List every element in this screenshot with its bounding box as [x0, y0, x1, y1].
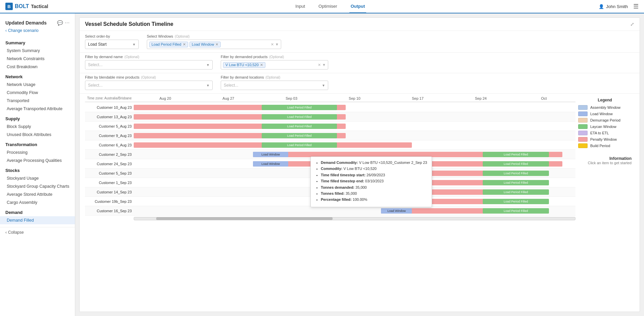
gantt-row[interactable]: Customer 6_Aug 23Load Period Filled: [85, 140, 575, 150]
filter-blend-input[interactable]: Select... ▼: [85, 81, 213, 90]
panel-close-button[interactable]: ⤢: [630, 21, 634, 27]
gantt-bar-green[interactable]: Load Period Filled: [483, 152, 549, 157]
gantt-bar-green[interactable]: Load Period Filled: [262, 133, 337, 138]
gantt-bar-blue[interactable]: Load Window: [253, 161, 288, 167]
dropdown-icon: ▼: [322, 63, 326, 67]
tag-remove-icon[interactable]: ✕: [183, 42, 186, 47]
gantt-bar-green[interactable]: Load Period Filled: [262, 114, 337, 120]
tag-product-remove-icon[interactable]: ✕: [260, 63, 263, 67]
gantt-bar-green[interactable]: Load Period Filled: [262, 142, 337, 148]
sidebar-item-processing[interactable]: Processing: [0, 148, 75, 156]
gantt-bar-green[interactable]: Load Period Filled: [483, 161, 549, 167]
tooltip-item: Time filled timestep start: 26/09/2023: [321, 173, 427, 178]
sidebar-item-unused-block[interactable]: Unused Block Attributes: [0, 131, 75, 139]
brand-logo[interactable]: B BOLT Tactical: [5, 3, 48, 10]
sidebar-item-system-summary[interactable]: System Summary: [0, 47, 75, 55]
gantt-bar-blue[interactable]: Load Window: [381, 208, 412, 214]
sidebar-item-stockyard-group[interactable]: Stockyard Group Capacity Charts: [0, 182, 75, 190]
tooltip-item: Time filled timestep end: 03/10/2023: [321, 179, 427, 184]
nav-input[interactable]: Input: [294, 0, 306, 13]
gantt-bar-green[interactable]: Load Period Filled: [262, 105, 337, 110]
gantt-row[interactable]: Customer 9_Aug 23Load Period Filled: [85, 131, 575, 140]
products-clear[interactable]: ✕ ▼: [318, 63, 326, 67]
gantt-bar-green[interactable]: Load Period Filled: [483, 199, 549, 204]
gantt-row[interactable]: Customer 10_Aug 23Load Period Filled: [85, 103, 575, 112]
user-icon: 👤: [599, 4, 604, 9]
sidebar-item-stockyard-usage[interactable]: Stockyard Usage: [0, 174, 75, 182]
gantt-row-label: Customer 10_Aug 23: [85, 105, 134, 109]
filter-demand-group: Filter by demand name (Optional) Select.…: [85, 55, 213, 70]
change-scenario[interactable]: ‹ Change scenario: [0, 27, 75, 37]
legend-items: Assembly Window Load Window Demurrage Pe…: [578, 105, 632, 148]
tooltip-item: Tonnes demanded: 35,000: [321, 185, 427, 190]
sidebar-item-commodity-flow[interactable]: Commodity Flow: [0, 89, 75, 97]
order-by-arrow-icon: ▼: [132, 43, 136, 46]
filter-products-input[interactable]: V Low BTU <10,520 ✕ ✕ ▼: [221, 60, 328, 70]
tag-load-window[interactable]: Load Window ✕: [189, 42, 221, 47]
legend-label: Penalty Window: [590, 137, 617, 141]
gantt-row-label: Customer 14_Sep 23: [85, 190, 134, 194]
sidebar-item-transported[interactable]: Transported: [0, 97, 75, 105]
brand-tactical: Tactical: [31, 4, 48, 9]
sidebar-item-cargo-assembly[interactable]: Cargo Assembly: [0, 198, 75, 207]
chat-icon[interactable]: 💬: [57, 20, 63, 26]
tag-remove-icon[interactable]: ✕: [215, 42, 218, 47]
sidebar-item-avg-transported[interactable]: Average Transported Attribute: [0, 105, 75, 113]
tag-label: Load Period Filled: [152, 42, 181, 46]
sidebar-title: Updated Demands: [5, 20, 47, 26]
filter-demand-label: Filter by demand name (Optional): [85, 55, 213, 59]
windows-label: Select Windows (Optional): [147, 34, 281, 38]
sidebar-item-cost-breakdown[interactable]: Cost Breakdown: [0, 63, 75, 71]
tag-load-period[interactable]: Load Period Filled ✕: [149, 42, 188, 47]
gantt-scroll-bar[interactable]: [134, 217, 575, 220]
menu-icon[interactable]: ☰: [633, 3, 639, 10]
gantt-row-label: Customer 2_Sep 23: [85, 152, 134, 156]
filter-demand-input[interactable]: Select... ▼: [85, 60, 213, 70]
gantt-row[interactable]: Customer 16_Sep 23Load WindowLoad Period…: [85, 206, 575, 216]
sidebar-item-network-constraints[interactable]: Network Constraints: [0, 55, 75, 63]
filter-blend-group: Filter by blendable mine products (Optio…: [85, 75, 213, 90]
order-by-select[interactable]: Load Start ▼: [85, 40, 139, 49]
main-content: Vessel Schedule Solution Timeline ⤢ Sele…: [75, 13, 644, 316]
legend-label: Demurrage Period: [590, 118, 620, 122]
section-supply: Supply: [0, 113, 75, 123]
collapse-button[interactable]: ‹ Collapse: [5, 230, 70, 235]
top-nav: B BOLT Tactical Input Optimiser Output 👤…: [0, 0, 644, 13]
change-scenario-link[interactable]: ‹ Change scenario: [5, 28, 70, 33]
sidebar-item-network-usage[interactable]: Network Usage: [0, 81, 75, 89]
gantt-bar-green[interactable]: Load Period Filled: [262, 124, 337, 129]
gantt-row-label: Customer 1_Sep 23: [85, 181, 134, 185]
windows-group: Select Windows (Optional) Load Period Fi…: [147, 34, 281, 49]
more-icon[interactable]: ⋯: [65, 20, 70, 26]
gantt-row-label: Customer 6_Aug 23: [85, 143, 134, 147]
nav-output[interactable]: Output: [349, 0, 367, 13]
filter-loc-label: Filter by demand locations (Optional): [221, 75, 328, 79]
gantt-row-label: Customer 5_Aug 23: [85, 124, 134, 128]
gantt-row[interactable]: Customer 13_Aug 23Load Period Filled: [85, 112, 575, 122]
gantt-bar-green[interactable]: Load Period Filled: [483, 208, 549, 214]
sidebar-item-block-supply[interactable]: Block Supply: [0, 123, 75, 131]
tag-product-label: V Low BTU <10,520: [225, 63, 259, 67]
section-demand: Demand: [0, 207, 75, 216]
sidebar-item-avg-stored[interactable]: Average Stored Attribute: [0, 190, 75, 198]
gantt-bar-blue[interactable]: Load Window: [253, 152, 288, 157]
gantt-bar-green[interactable]: Load Period Filled: [483, 171, 549, 176]
tag-product[interactable]: V Low BTU <10,520 ✕: [223, 62, 265, 68]
info-title: Information: [578, 156, 632, 161]
nav-optimiser[interactable]: Optimiser: [317, 0, 339, 13]
sidebar-item-avg-processing[interactable]: Average Processing Qualities: [0, 156, 75, 165]
gantt-bar-green[interactable]: Load Period Filled: [483, 180, 549, 185]
windows-clear[interactable]: ✕ ▼: [271, 42, 279, 47]
gantt-row-label: Customer 5_Sep 23: [85, 171, 134, 175]
sidebar-item-demand-filled[interactable]: Demand Filled: [0, 216, 75, 224]
tooltip-item: Tonnes filled: 35,000: [321, 191, 427, 196]
legend-item: Build Period: [578, 143, 632, 148]
gantt-row[interactable]: Customer 5_Aug 23Load Period Filled: [85, 122, 575, 131]
gantt-row[interactable]: Customer 2_Sep 23Load WindowLoad Period …: [85, 150, 575, 159]
tag-label: Load Window: [192, 42, 214, 46]
gantt-rows: Customer 10_Aug 23Load Period FilledCust…: [85, 103, 575, 216]
filter-loc-input[interactable]: Select... ▼: [221, 81, 328, 90]
windows-tag-input[interactable]: Load Period Filled ✕ Load Window ✕ ✕ ▼: [147, 40, 281, 49]
gantt-bar-green[interactable]: Load Period Filled: [483, 189, 549, 195]
tooltip-item: Percentage filled: 100.00%: [321, 197, 427, 202]
